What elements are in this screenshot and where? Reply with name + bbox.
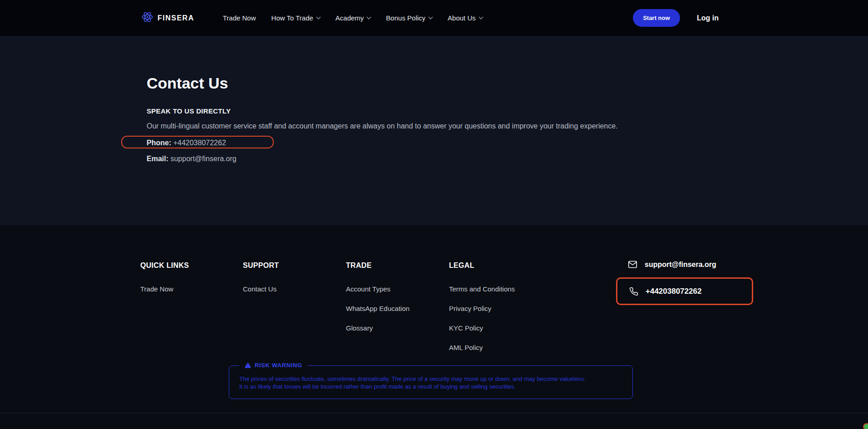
risk-warning-box: RISK WARNING The prices of securities fl… (229, 365, 633, 399)
footer-col-support: SUPPORT Contact Us (243, 261, 279, 293)
nav-bonus-policy[interactable]: Bonus Policy (386, 14, 432, 22)
footer-col-legal: LEGAL Terms and Conditions Privacy Polic… (449, 261, 515, 352)
page-title: Contact Us (147, 74, 228, 92)
footer-link-privacy[interactable]: Privacy Policy (449, 305, 515, 313)
footer-link-contact-us[interactable]: Contact Us (243, 285, 279, 293)
footer-link-glossary[interactable]: Glossary (346, 324, 409, 332)
footer-col-title: SUPPORT (243, 261, 279, 270)
footer-link-account-types[interactable]: Account Types (346, 285, 409, 293)
nav-bonus-policy-label: Bonus Policy (386, 14, 425, 22)
risk-warning-line2: It is as likely that losses will be incu… (239, 383, 622, 390)
footer-link-aml[interactable]: AML Policy (449, 344, 515, 352)
phone-row: Phone: +442038072262 (147, 139, 226, 147)
risk-warning-title: RISK WARNING (255, 362, 302, 369)
risk-warning-text: The prices of securities fluctuate, some… (229, 366, 632, 390)
footer-col-title: LEGAL (449, 261, 515, 270)
footer-col-quick-links: QUICK LINKS Trade Now (140, 261, 189, 293)
nav-how-to-trade[interactable]: How To Trade (271, 14, 320, 22)
warning-triangle-icon (245, 362, 251, 369)
contact-section: Contact Us SPEAK TO US DIRECTLY Our mult… (0, 36, 868, 225)
mail-icon (628, 260, 637, 269)
footer-email[interactable]: support@finsera.org (628, 260, 716, 269)
risk-warning-legend: RISK WARNING (239, 362, 308, 369)
nav-about-us-label: About Us (448, 14, 476, 22)
nav-about-us[interactable]: About Us (448, 14, 483, 22)
atom-logo-icon (141, 11, 153, 25)
footer-link-trade-now[interactable]: Trade Now (140, 285, 189, 293)
footer-col-title: TRADE (346, 261, 409, 270)
footer-link-whatsapp-education[interactable]: WhatsApp Education (346, 305, 409, 313)
phone-icon (629, 287, 638, 296)
chevron-down-icon (367, 15, 371, 20)
email-label: Email: (147, 155, 168, 163)
brand[interactable]: FINSERA (141, 11, 194, 25)
footer-link-terms[interactable]: Terms and Conditions (449, 285, 515, 293)
footer-link-kyc[interactable]: KYC Policy (449, 324, 515, 332)
chevron-down-icon (478, 15, 483, 20)
footer-phone-value: +442038072262 (646, 287, 701, 296)
page: FINSERA Trade Now How To Trade Academy B… (0, 0, 868, 429)
phone-label: Phone: (147, 139, 171, 147)
risk-warning-line1: The prices of securities fluctuate, some… (239, 375, 622, 383)
footer-phone-box[interactable]: +442038072262 (616, 277, 753, 305)
footer-col-title: QUICK LINKS (140, 261, 189, 270)
nav-trade-now[interactable]: Trade Now (223, 14, 256, 22)
nav-trade-now-label: Trade Now (223, 14, 256, 22)
phone-value[interactable]: +442038072262 (173, 139, 226, 147)
footer-divider (0, 413, 868, 413)
section-subtitle: SPEAK TO US DIRECTLY (147, 107, 231, 115)
main-nav: Trade Now How To Trade Academy Bonus Pol… (223, 14, 483, 22)
chat-widget-partial[interactable] (863, 423, 868, 429)
email-value[interactable]: support@finsera.org (170, 155, 236, 163)
nav-academy-label: Academy (335, 14, 364, 22)
nav-academy[interactable]: Academy (335, 14, 371, 22)
navbar: FINSERA Trade Now How To Trade Academy B… (0, 0, 868, 36)
chevron-down-icon (316, 15, 321, 20)
brand-name: FINSERA (158, 14, 194, 22)
start-now-button[interactable]: Start now (633, 9, 680, 27)
nav-how-to-trade-label: How To Trade (271, 14, 313, 22)
chevron-down-icon (429, 15, 433, 20)
email-row: Email: support@finsera.org (147, 155, 237, 163)
footer-email-value: support@finsera.org (645, 261, 716, 269)
login-link[interactable]: Log in (697, 14, 719, 22)
footer: QUICK LINKS Trade Now SUPPORT Contact Us… (0, 225, 868, 429)
section-description: Our multi-lingual customer service staff… (147, 122, 618, 130)
footer-col-trade: TRADE Account Types WhatsApp Education G… (346, 261, 409, 332)
